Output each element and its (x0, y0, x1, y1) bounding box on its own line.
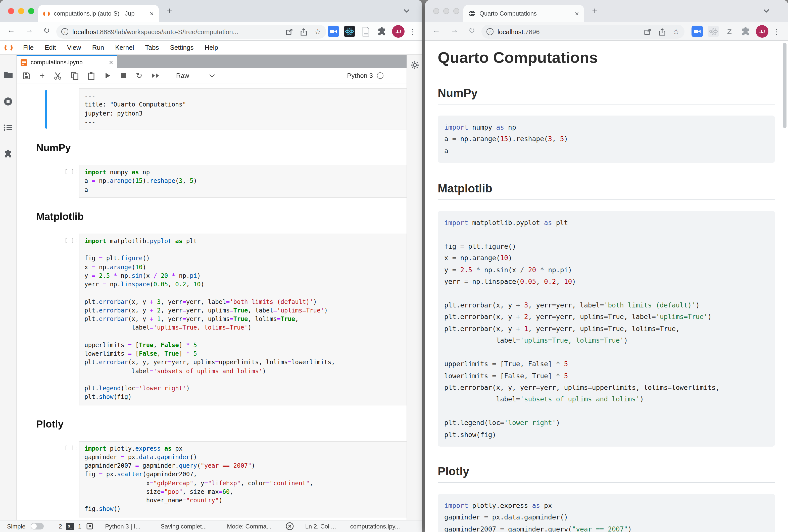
code-cell-editor[interactable]: import matplotlib.pyplot as plt fig = pl… (79, 233, 407, 405)
notifications-icon[interactable] (286, 522, 294, 531)
tab-search-chevron-icon[interactable] (763, 8, 770, 13)
extensions-puzzle-icon[interactable] (376, 26, 388, 37)
tab-search-chevron-icon[interactable] (403, 8, 410, 13)
menu-view[interactable]: View (62, 44, 87, 51)
tab-close-icon[interactable]: × (150, 10, 154, 17)
code-line (444, 288, 768, 300)
menu-help[interactable]: Help (199, 44, 224, 51)
close-window-button[interactable] (433, 8, 439, 14)
notebook-tab-close-icon[interactable]: × (109, 59, 113, 66)
document-extension-icon[interactable] (360, 26, 371, 37)
close-window-button[interactable] (8, 8, 14, 14)
extension-manager-icon[interactable] (3, 149, 13, 158)
reload-icon[interactable]: ↻ (468, 26, 475, 35)
forward-icon[interactable]: → (25, 26, 33, 35)
open-in-new-icon[interactable] (644, 28, 651, 36)
url-host: localhost (497, 28, 524, 36)
restart-kernel-icon[interactable]: ↻ (136, 71, 142, 80)
z-extension-icon[interactable]: Z (724, 26, 735, 37)
code-line: plt.errorbar(x, y + 3, yerr=yerr, label=… (444, 300, 768, 311)
code-cell-matplotlib[interactable]: [ ]: import matplotlib.pyplot as plt fig… (79, 233, 407, 405)
browser-tab-title: computations.ip (auto-S) - Jup (54, 10, 146, 17)
code-cell-plotly[interactable]: [ ]: import plotly.express as pxgapminde… (79, 441, 407, 517)
markdown-heading-numpy: NumPy (36, 142, 407, 154)
page-scrollbar[interactable] (783, 43, 787, 128)
raw-cell-editor[interactable]: ---title: "Quarto Computations"jupyter: … (79, 88, 407, 130)
share-icon[interactable] (300, 28, 307, 36)
terminal-icon: $_ (66, 523, 74, 530)
reload-icon[interactable]: ↻ (43, 26, 50, 35)
restart-run-all-icon[interactable] (152, 72, 160, 79)
menu-tabs[interactable]: Tabs (140, 44, 164, 51)
window-controls (433, 8, 459, 14)
table-of-contents-icon[interactable] (3, 124, 13, 131)
file-browser-icon[interactable] (3, 71, 13, 79)
run-cell-icon[interactable] (104, 72, 111, 79)
code-line: --- (84, 92, 404, 101)
forward-icon[interactable]: → (450, 26, 458, 35)
menu-file[interactable]: File (18, 44, 39, 51)
copy-cells-icon[interactable] (71, 71, 78, 80)
code-line: label='uplims=True, lolims=True') (444, 335, 768, 347)
back-icon[interactable]: ← (7, 26, 15, 35)
react-devtools-icon[interactable] (708, 26, 719, 37)
site-info-icon[interactable]: i (487, 28, 493, 35)
kernel-name: Python 3 (347, 72, 373, 79)
cut-cells-icon[interactable] (54, 71, 62, 80)
add-cell-icon[interactable]: + (40, 70, 45, 81)
profile-avatar[interactable]: JJ (756, 25, 768, 38)
code-cell-numpy[interactable]: [ ]: import numpy as npa = np.arange(15)… (79, 165, 407, 198)
menu-settings[interactable]: Settings (164, 44, 199, 51)
code-line: plt.legend(loc='lower right') (84, 384, 404, 393)
minimize-window-button[interactable] (443, 8, 449, 14)
save-icon[interactable] (23, 71, 31, 80)
browser-menu-icon[interactable]: ⋮ (773, 27, 780, 36)
property-inspector-gear-icon[interactable] (410, 61, 419, 69)
bookmark-star-icon[interactable]: ☆ (314, 27, 321, 36)
simple-mode-toggle[interactable] (31, 523, 43, 530)
menu-edit[interactable]: Edit (39, 44, 62, 51)
code-line: size="pop", size_max=60, (84, 488, 404, 496)
back-icon[interactable]: ← (432, 26, 440, 35)
zoom-window-button[interactable] (453, 8, 459, 14)
cursor-position-text[interactable]: Ln 2, Col ... (305, 523, 336, 530)
menu-run[interactable]: Run (87, 44, 110, 51)
browser-menu-icon[interactable]: ⋮ (409, 27, 416, 36)
cell-type-select[interactable]: Raw (176, 72, 215, 79)
address-bar[interactable]: i localhost:7896 ☆ (481, 25, 685, 39)
open-in-new-icon[interactable] (285, 28, 293, 36)
react-devtools-icon[interactable] (344, 26, 355, 37)
browser-tab[interactable]: computations.ip (auto-S) - Jup × (38, 5, 159, 22)
zoom-extension-icon[interactable] (691, 26, 703, 37)
menu-kernel[interactable]: Kernel (110, 44, 139, 51)
kernel-indicator[interactable]: Python 3 (347, 72, 383, 79)
bookmark-star-icon[interactable]: ☆ (673, 27, 679, 36)
notebook-tab[interactable]: computations.ipynb × (17, 55, 117, 68)
new-tab-button[interactable]: + (167, 5, 172, 17)
command-mode-text[interactable]: Mode: Comma... (227, 523, 271, 530)
browser-tab[interactable]: Quarto Computations × (464, 5, 584, 22)
zoom-window-button[interactable] (28, 8, 34, 14)
code-cell-editor[interactable]: import numpy as npa = np.arange(15).resh… (79, 165, 407, 198)
profile-avatar[interactable]: JJ (392, 25, 405, 38)
code-line: fig = plt.figure() (84, 254, 404, 263)
site-info-icon[interactable]: i (61, 28, 68, 35)
new-tab-button[interactable]: + (592, 5, 597, 17)
running-kernels-icon[interactable] (3, 97, 13, 106)
zoom-extension-icon[interactable] (328, 26, 339, 37)
jupyterlab-browser-window: computations.ip (auto-S) - Jup × + ← → ↻… (0, 0, 422, 532)
browser-tabstrip: computations.ip (auto-S) - Jup × + (0, 0, 422, 22)
code-line: plt.errorbar(x, y + 1, yerr=yerr, uplims… (444, 323, 768, 335)
kernel-status-text[interactable]: Python 3 | I... (105, 523, 140, 530)
extensions-puzzle-icon[interactable] (740, 26, 751, 37)
minimize-window-button[interactable] (18, 8, 24, 14)
raw-cell[interactable]: ---title: "Quarto Computations"jupyter: … (79, 88, 407, 130)
interrupt-kernel-icon[interactable] (120, 72, 127, 79)
address-bar[interactable]: i localhost:8889/lab/workspaces/auto-S/t… (56, 25, 326, 39)
tab-close-icon[interactable]: × (575, 10, 579, 17)
code-line (444, 346, 768, 358)
paste-cells-icon[interactable] (87, 71, 95, 80)
code-line: gapminder = px.data.gapminder() (84, 453, 404, 462)
code-cell-editor[interactable]: import plotly.express as pxgapminder = p… (79, 441, 407, 517)
share-icon[interactable] (658, 28, 666, 36)
